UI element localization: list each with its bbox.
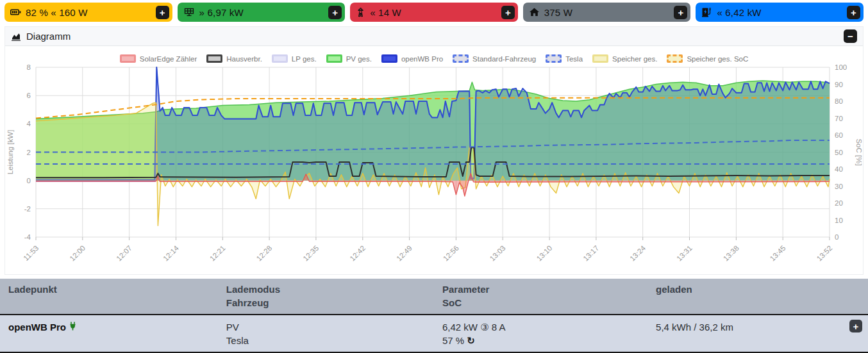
legend-swatch: [326, 54, 342, 63]
svg-text:SoC [%]: SoC [%]: [855, 138, 863, 165]
svg-text:13:31: 13:31: [675, 244, 694, 263]
badge-grid[interactable]: « 14 W +: [350, 3, 518, 22]
legend-label: Standard-Fahrzeug: [472, 55, 536, 63]
svg-text:12:56: 12:56: [442, 244, 460, 263]
legend-item-hausverbr-[interactable]: Hausverbr.: [206, 54, 262, 63]
svg-text:8: 8: [27, 63, 31, 71]
svg-text:13:10: 13:10: [535, 244, 554, 263]
svg-text:2: 2: [27, 149, 31, 156]
legend-swatch: [381, 54, 397, 63]
badge-house-label: 375 W: [544, 7, 670, 18]
svg-text:Leistung [kW]: Leistung [kW]: [6, 130, 14, 175]
plug-icon: [69, 320, 76, 334]
svg-text:40: 40: [835, 165, 843, 173]
vehicle-soc: 57 %: [442, 335, 464, 346]
badge-house[interactable]: 375 W +: [523, 3, 691, 22]
diagram-title: Diagramm: [26, 31, 71, 42]
badge-pv-expand-button[interactable]: +: [328, 6, 342, 19]
legend-item-pv-ges-[interactable]: PV ges.: [326, 54, 372, 63]
chargepoint-row-openwb-pro[interactable]: openWB Pro PV Tesla 6,42 kW ③ 8 A 57 % ↻…: [0, 314, 868, 353]
legend-swatch: [272, 54, 288, 63]
header-ladepunkt: Ladepunkt: [0, 279, 218, 314]
charged-value: 5,4 kWh / 36,2 km: [656, 320, 863, 334]
badge-house-expand-button[interactable]: +: [674, 6, 687, 19]
diagram-collapse-button[interactable]: −: [844, 29, 857, 43]
legend-item-tesla[interactable]: Tesla: [546, 54, 583, 63]
legend-label: Speicher ges.: [612, 55, 657, 63]
battery-icon: [10, 7, 21, 17]
svg-text:20: 20: [835, 199, 843, 207]
charge-parameter: 6,42 kW ③ 8 A: [442, 320, 642, 334]
mode-vehicle-cell: PV Tesla: [218, 315, 434, 352]
chargepoint-table: Ladepunkt LademodusFahrzeug ParameterSoC…: [0, 279, 868, 353]
charged-cell: 5,4 kWh / 36,2 km: [647, 315, 868, 352]
svg-text:12:07: 12:07: [115, 244, 133, 263]
legend-swatch: [546, 54, 562, 63]
refresh-soc-icon[interactable]: ↻: [467, 335, 475, 346]
chargepoint-name-cell: openWB Pro: [0, 315, 218, 352]
badge-grid-expand-button[interactable]: +: [501, 6, 515, 19]
svg-text:30: 30: [835, 183, 843, 190]
legend-swatch: [592, 54, 608, 63]
svg-text:13:38: 13:38: [722, 244, 740, 263]
header-parameter-soc: ParameterSoC: [434, 279, 647, 314]
legend-swatch: [453, 54, 469, 63]
legend-swatch: [206, 54, 222, 63]
transmission-tower-icon: [356, 7, 365, 17]
badge-chargepoint[interactable]: « 6,42 kW +: [696, 3, 864, 22]
legend-item-openwb-pro[interactable]: openWB Pro: [381, 54, 443, 63]
svg-text:90: 90: [835, 81, 843, 88]
solar-panel-icon: [183, 7, 195, 17]
header-lademodus-fahrzeug: LademodusFahrzeug: [218, 279, 434, 314]
badge-chargepoint-label: « 6,42 kW: [717, 7, 842, 18]
svg-text:13:17: 13:17: [581, 244, 600, 263]
chargepoint-table-header: Ladepunkt LademodusFahrzeug ParameterSoC…: [0, 279, 868, 314]
chart-legend: SolarEdge ZählerHausverbr.LP ges.PV ges.…: [5, 46, 863, 63]
svg-text:13:03: 13:03: [488, 244, 507, 263]
badge-battery-expand-button[interactable]: +: [156, 6, 169, 19]
svg-text:60: 60: [835, 131, 843, 139]
svg-text:13:24: 13:24: [628, 244, 647, 263]
legend-item-standard-fahrzeug[interactable]: Standard-Fahrzeug: [453, 54, 536, 63]
badge-battery[interactable]: 82 % « 160 W +: [4, 3, 172, 22]
chart-area-icon: [11, 31, 21, 41]
svg-text:6: 6: [27, 92, 31, 99]
legend-item-solaredge-z-hler[interactable]: SolarEdge Zähler: [120, 54, 197, 63]
charging-station-icon: [701, 7, 712, 17]
svg-text:13:52: 13:52: [815, 244, 834, 263]
badge-grid-label: « 14 W: [370, 7, 497, 18]
header-geladen: geladen: [647, 279, 868, 314]
legend-label: PV ges.: [346, 55, 372, 63]
legend-label: Hausverbr.: [226, 55, 262, 63]
legend-label: Speicher ges. SoC: [687, 55, 748, 63]
svg-text:70: 70: [835, 115, 843, 122]
legend-item-speicher-ges-[interactable]: Speicher ges.: [592, 54, 657, 63]
svg-text:12:14: 12:14: [162, 244, 180, 263]
chargepoint-expand-button[interactable]: +: [849, 320, 862, 332]
legend-label: openWB Pro: [401, 55, 443, 63]
legend-label: SolarEdge Zähler: [140, 55, 197, 63]
svg-text:0: 0: [27, 177, 31, 185]
badge-battery-label: 82 % « 160 W: [26, 7, 151, 18]
vehicle-name: Tesla: [226, 334, 429, 347]
svg-text:-2: -2: [24, 205, 31, 213]
svg-text:13:45: 13:45: [769, 244, 787, 263]
legend-item-speicher-ges-soc[interactable]: Speicher ges. SoC: [667, 54, 748, 63]
legend-label: LP ges.: [292, 55, 317, 63]
badge-chargepoint-expand-button[interactable]: +: [847, 6, 860, 19]
svg-text:12:21: 12:21: [208, 244, 227, 263]
svg-text:80: 80: [835, 97, 843, 105]
diagram-card-header: Diagramm −: [5, 27, 863, 46]
svg-text:10: 10: [835, 217, 843, 224]
svg-text:0: 0: [835, 233, 839, 241]
legend-swatch: [667, 54, 683, 63]
svg-text:4: 4: [27, 120, 31, 127]
charge-mode: PV: [226, 320, 429, 334]
legend-item-lp-ges-[interactable]: LP ges.: [272, 54, 317, 63]
badge-pv[interactable]: » 6,97 kW +: [178, 3, 346, 22]
svg-text:12:35: 12:35: [301, 244, 320, 263]
svg-text:-4: -4: [24, 233, 31, 241]
legend-label: Tesla: [565, 55, 583, 63]
svg-text:12:00: 12:00: [68, 244, 87, 263]
svg-text:12:42: 12:42: [348, 244, 367, 263]
